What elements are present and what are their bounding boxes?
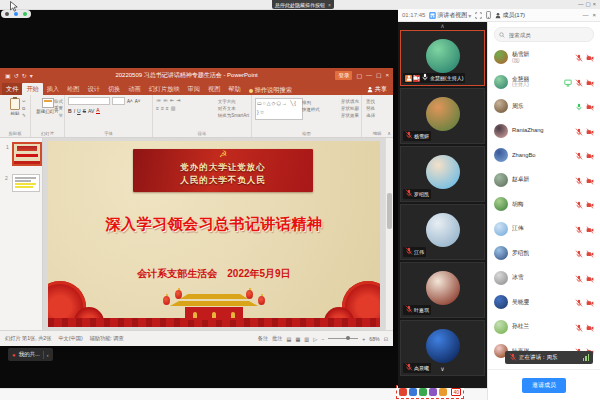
slideshow-icon[interactable]: ▷ bbox=[313, 336, 317, 342]
undo-icon[interactable]: ↺ bbox=[14, 72, 19, 79]
slide-small-buttons[interactable]: 版式 重置 节 bbox=[54, 99, 63, 118]
bullets-icon[interactable]: ≔ bbox=[156, 97, 161, 103]
video-tile[interactable]: 高晨曦 ∨ bbox=[400, 320, 485, 376]
sign-in-button[interactable]: 登录 bbox=[335, 71, 352, 80]
zoom-in-button[interactable]: + bbox=[362, 336, 365, 342]
minimize-icon[interactable]: — bbox=[582, 12, 588, 18]
normal-view-icon[interactable]: ▤ bbox=[286, 336, 291, 342]
share-button[interactable]: 共享 bbox=[361, 83, 393, 95]
member-list-item[interactable]: 孙桂兰 bbox=[488, 315, 600, 340]
editing-buttons[interactable]: 查找 替换 选择 bbox=[366, 99, 375, 118]
my-share-pill[interactable]: ● 我的共... ‹ bbox=[8, 348, 53, 361]
accessibility-status[interactable]: 辅助功能: 调查 bbox=[90, 335, 124, 342]
qat-dropdown-icon[interactable]: ▾ bbox=[30, 72, 33, 79]
underline-button[interactable]: U bbox=[77, 108, 81, 114]
ime-lang-icon[interactable] bbox=[419, 388, 427, 396]
video-tile[interactable]: 杨雪妍 bbox=[400, 88, 485, 144]
restore-icon[interactable]: ▢ bbox=[586, 1, 593, 7]
scroll-down-icon[interactable]: ∨ bbox=[401, 365, 484, 372]
member-list-item[interactable]: ZhangBo bbox=[488, 143, 600, 168]
language-indicator[interactable]: 中文(中国) bbox=[58, 335, 82, 342]
clipboard-small-buttons[interactable]: ✂⧉✎ bbox=[22, 99, 26, 118]
collapse-pill-icon[interactable]: ‹ bbox=[47, 352, 49, 358]
shapes-gallery[interactable]: ▭○△◇⬠→ ╲{ }☆ bbox=[255, 98, 303, 120]
indent-left-icon[interactable]: ⇤ bbox=[170, 97, 174, 103]
font-color-button[interactable]: A bbox=[96, 107, 99, 114]
slide-thumbnail-1[interactable]: 1 bbox=[12, 142, 42, 166]
zoom-slider[interactable] bbox=[328, 338, 358, 339]
align-center-icon[interactable]: ≡ bbox=[161, 105, 164, 111]
vertical-scrollbar[interactable] bbox=[385, 138, 393, 330]
slide-thumbnail-panel[interactable]: 1 2 bbox=[0, 138, 43, 330]
italic-button[interactable]: I bbox=[74, 108, 75, 114]
video-tile[interactable]: 江伟 bbox=[400, 204, 485, 260]
tell-me-search[interactable]: 操作说明搜索 bbox=[249, 86, 292, 95]
phone-icon[interactable] bbox=[486, 11, 491, 19]
char-spacing-icon[interactable]: AV bbox=[88, 108, 94, 114]
minimize-icon[interactable]: — bbox=[578, 1, 586, 7]
grow-font-icon[interactable]: A˄ bbox=[127, 99, 133, 104]
slide-sorter-icon[interactable]: ▦ bbox=[295, 336, 300, 342]
numbering-icon[interactable]: ≕ bbox=[163, 97, 168, 103]
tooltip-close-icon[interactable]: × bbox=[328, 2, 331, 8]
shrink-font-icon[interactable]: A˅ bbox=[135, 99, 141, 104]
member-list-item[interactable]: 江伟 bbox=[488, 217, 600, 242]
bold-button[interactable]: B bbox=[68, 108, 72, 114]
align-left-icon[interactable]: ≡ bbox=[156, 105, 159, 111]
ime-keyboard-icon[interactable] bbox=[429, 388, 437, 396]
indent-right-icon[interactable]: ⇥ bbox=[176, 97, 180, 103]
shape-format-buttons[interactable]: 形状填充 形状轮廓 形状效果 bbox=[341, 99, 359, 118]
notes-button[interactable]: 备注 bbox=[258, 335, 268, 342]
member-search-box[interactable] bbox=[494, 27, 594, 42]
tab-view[interactable]: 视图 bbox=[204, 83, 224, 95]
tab-slideshow[interactable]: 幻灯片放映 bbox=[145, 83, 184, 95]
member-list-item[interactable]: 胡梅 bbox=[488, 192, 600, 217]
members-button[interactable]: 成员(17) bbox=[495, 11, 525, 20]
paragraph-small-buttons[interactable]: 文字方向 对齐文本 转换为SmartArt bbox=[218, 99, 249, 118]
ime-settings-icon[interactable] bbox=[439, 388, 447, 396]
reading-view-icon[interactable]: ▥ bbox=[304, 336, 309, 342]
slide-canvas[interactable]: ☭ 党办的大学让党放心 人民的大学不负人民 深入学习领会习总书记讲话精神 会计系… bbox=[48, 141, 380, 327]
member-list-item[interactable]: 高晨曦 bbox=[488, 364, 600, 370]
tab-review[interactable]: 审阅 bbox=[184, 83, 204, 95]
video-tile[interactable]: 叶嘉琪 bbox=[400, 262, 485, 318]
layout-view-button[interactable]: 演讲者视图 ▾ bbox=[429, 11, 471, 20]
zoom-level[interactable]: 68% bbox=[369, 336, 379, 342]
redo-icon[interactable]: ↻ bbox=[22, 72, 27, 79]
member-list-item[interactable]: 金慧丽 (主持人) bbox=[488, 70, 600, 95]
ribbon-display-icon[interactable]: ▢ bbox=[356, 72, 362, 79]
search-input[interactable] bbox=[507, 31, 589, 39]
tab-home[interactable]: 开始 bbox=[22, 83, 42, 95]
fit-slide-icon[interactable]: ⊡ bbox=[384, 336, 388, 342]
copy-icon[interactable]: ⧉ bbox=[22, 106, 26, 111]
member-list-item[interactable]: 杨雪妍 (我) bbox=[488, 45, 600, 70]
member-list-item[interactable]: 冰雪 bbox=[488, 266, 600, 291]
member-list-item[interactable]: 罗绍凯 bbox=[488, 241, 600, 266]
member-list[interactable]: 杨雪妍 (我) 金慧丽 (主持人) 周乐 RaniaZhang ZhangBo bbox=[488, 45, 600, 369]
tab-animations[interactable]: 动画 bbox=[124, 83, 144, 95]
zoom-knob[interactable] bbox=[346, 336, 350, 340]
scrollbar-thumb[interactable] bbox=[387, 193, 392, 229]
collapse-ribbon-icon[interactable]: ∧ bbox=[387, 130, 391, 136]
member-list-item[interactable]: 周乐 bbox=[488, 94, 600, 119]
font-name-combobox[interactable] bbox=[68, 97, 110, 105]
tab-insert[interactable]: 插入 bbox=[43, 83, 63, 95]
video-tile[interactable]: 罗绍凯 bbox=[400, 146, 485, 202]
tab-file[interactable]: 文件 bbox=[2, 83, 22, 95]
font-toggle-buttons[interactable]: BIUSAVA bbox=[68, 107, 152, 114]
tab-design[interactable]: 设计 bbox=[84, 83, 104, 95]
font-size-combobox[interactable] bbox=[112, 97, 125, 105]
save-icon[interactable]: ▣ bbox=[5, 72, 11, 79]
strikethrough-button[interactable]: S bbox=[83, 108, 86, 114]
tab-transitions[interactable]: 切换 bbox=[104, 83, 124, 95]
ime-logo-icon[interactable] bbox=[399, 388, 407, 396]
columns-icon[interactable]: ▥ bbox=[171, 105, 176, 111]
close-icon[interactable]: × bbox=[592, 12, 596, 18]
maximize-icon[interactable]: ☐ bbox=[376, 72, 381, 79]
align-right-icon[interactable]: ≡ bbox=[166, 105, 169, 111]
member-list-item[interactable]: 吴晓雯 bbox=[488, 290, 600, 315]
minimize-icon[interactable]: — bbox=[366, 72, 372, 78]
member-list-item[interactable]: RaniaZhang bbox=[488, 119, 600, 144]
arrange-quickstyle-buttons[interactable]: 排列 快速样式 bbox=[302, 100, 320, 112]
zoom-out-button[interactable]: − bbox=[321, 336, 324, 342]
